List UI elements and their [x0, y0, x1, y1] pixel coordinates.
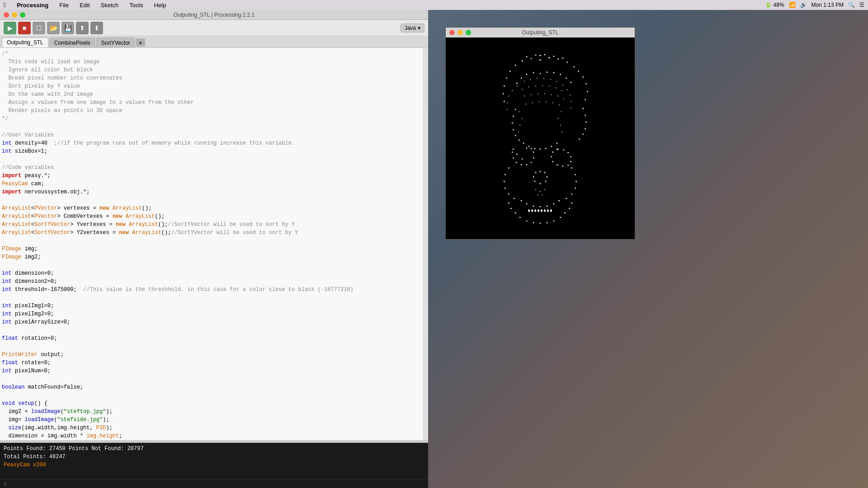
svg-point-13 [585, 83, 587, 84]
code-area[interactable]: /* This code will load an image Ignore a… [0, 48, 423, 440]
tab-outputing-stl[interactable]: Outputing_STL [2, 38, 48, 47]
svg-point-35 [515, 109, 516, 110]
svg-point-87 [508, 167, 509, 169]
stop-button[interactable]: ■ [18, 22, 31, 34]
svg-point-99 [566, 198, 567, 199]
ide-editor: /* This code will load an image Ignore a… [0, 48, 428, 440]
svg-point-44 [585, 128, 586, 130]
svg-point-14 [587, 91, 588, 92]
save-button[interactable]: 💾 [61, 22, 74, 34]
output-close-button[interactable] [449, 30, 455, 35]
close-button[interactable] [4, 12, 9, 18]
svg-point-147 [571, 202, 572, 204]
svg-point-110 [541, 209, 542, 212]
svg-point-123 [538, 93, 538, 94]
svg-point-98 [571, 193, 572, 195]
svg-point-38 [513, 129, 514, 131]
new-button[interactable]: ☐ [33, 22, 45, 34]
svg-point-61 [526, 164, 528, 165]
svg-point-54 [522, 158, 523, 160]
svg-point-20 [544, 54, 545, 55]
minimize-button[interactable] [12, 12, 17, 18]
svg-point-119 [556, 88, 557, 89]
svg-point-102 [533, 206, 534, 207]
svg-point-143 [510, 208, 512, 209]
svg-point-17 [503, 93, 504, 94]
svg-point-64 [533, 151, 534, 153]
ide-statusbar: 1 [0, 479, 428, 488]
svg-point-137 [518, 131, 519, 132]
menu-sketch[interactable]: Sketch [99, 2, 121, 9]
maximize-button[interactable] [20, 12, 25, 18]
editor-scrollbar[interactable] [423, 48, 428, 440]
svg-point-15 [585, 99, 586, 100]
console-line-1: Points Found: 27450 Points Not Found: 20… [4, 445, 425, 453]
svg-point-28 [560, 74, 561, 75]
svg-point-83 [545, 181, 546, 182]
menu-tools[interactable]: Tools [127, 2, 145, 9]
window-controls [4, 12, 25, 18]
svg-point-91 [508, 193, 509, 195]
java-mode-button[interactable]: Java ▾ [401, 23, 425, 33]
ide-window: Outputing_STL | Processing 2.2.1 ▶ ■ ☐ 📂… [0, 10, 428, 488]
menu-edit[interactable]: Edit [78, 2, 91, 9]
svg-point-109 [538, 209, 539, 212]
svg-point-60 [521, 164, 522, 165]
svg-point-43 [585, 122, 587, 123]
svg-point-100 [558, 200, 560, 202]
svg-point-48 [528, 145, 530, 147]
menu-help[interactable]: Help [152, 2, 168, 9]
svg-point-37 [512, 122, 513, 124]
svg-point-8 [522, 60, 523, 61]
svg-point-10 [509, 70, 511, 72]
svg-point-52 [551, 145, 552, 147]
svg-point-135 [522, 118, 523, 119]
svg-point-84 [540, 183, 541, 184]
svg-point-81 [544, 172, 545, 173]
open-button[interactable]: 📂 [47, 22, 60, 34]
svg-point-56 [513, 148, 514, 150]
output-maximize-button[interactable] [466, 30, 471, 35]
svg-point-67 [557, 148, 559, 150]
tab-combinepixels[interactable]: CombinePixels [49, 38, 95, 47]
svg-point-154 [560, 217, 561, 218]
svg-point-90 [505, 188, 506, 189]
svg-point-162 [537, 78, 538, 79]
svg-point-167 [567, 89, 568, 90]
svg-point-170 [571, 108, 571, 108]
export-button[interactable]: ⬆ [76, 22, 89, 34]
svg-point-18 [504, 101, 505, 102]
svg-point-68 [563, 149, 564, 150]
tab-sortvector[interactable]: SortYVector [96, 38, 135, 47]
status-line-number: 1 [4, 481, 7, 487]
svg-point-165 [557, 81, 557, 82]
menu-file[interactable]: File [57, 2, 71, 9]
svg-point-103 [540, 206, 541, 207]
svg-point-116 [535, 86, 536, 87]
svg-point-89 [504, 181, 505, 182]
svg-point-141 [561, 131, 562, 132]
svg-point-66 [526, 147, 528, 149]
svg-point-58 [513, 157, 514, 159]
svg-point-117 [542, 85, 543, 86]
svg-point-86 [533, 176, 534, 178]
svg-point-101 [526, 203, 528, 205]
apple-logo[interactable]:  [4, 1, 6, 9]
svg-point-157 [544, 189, 545, 190]
run-button[interactable]: ▶ [4, 22, 16, 34]
svg-point-32 [526, 74, 528, 75]
output-minimize-button[interactable] [458, 30, 463, 35]
svg-point-6 [578, 70, 579, 72]
import-button[interactable]: ⬇ [90, 22, 103, 34]
svg-point-31 [533, 72, 534, 73]
svg-point-36 [513, 116, 514, 117]
new-tab-button[interactable]: ● [136, 38, 145, 47]
svg-point-152 [546, 222, 547, 224]
svg-point-39 [515, 135, 516, 136]
svg-point-77 [552, 151, 553, 153]
svg-point-93 [521, 200, 522, 202]
svg-point-72 [567, 164, 569, 166]
svg-point-57 [512, 151, 513, 153]
svg-point-78 [556, 149, 557, 150]
menu-processing[interactable]: Processing [15, 2, 50, 9]
